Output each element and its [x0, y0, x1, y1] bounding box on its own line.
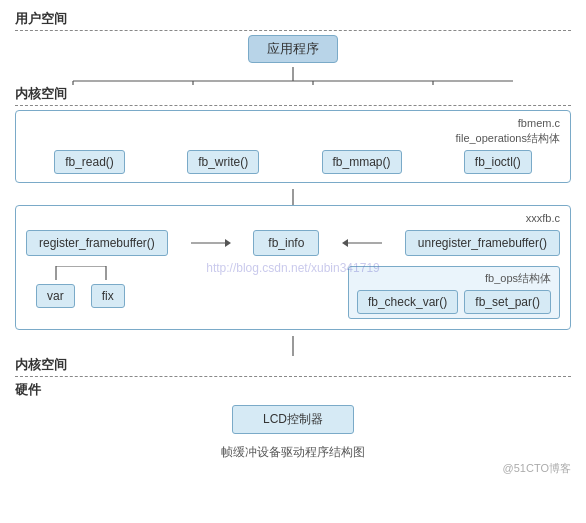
- fbmem-label: fbmem.c: [26, 117, 560, 129]
- kernel1-to-xxxfb-connector: [15, 189, 571, 205]
- ops-row: fb_read() fb_write() fb_mmap() fb_ioctl(…: [26, 150, 560, 174]
- user-space-label: 用户空间: [15, 10, 571, 28]
- fbops-row: fb_check_var() fb_set_par(): [357, 290, 551, 314]
- lcd-box: LCD控制器: [232, 405, 354, 434]
- fb-check-var-box: fb_check_var(): [357, 290, 458, 314]
- app-to-kernel-connector: [15, 67, 571, 85]
- fb-read-box: fb_read(): [54, 150, 125, 174]
- fbinfo-row: register_framebuffer() fb_info unregiste…: [26, 230, 560, 256]
- kernel-space-label-2: 内核空间: [15, 356, 571, 374]
- fb-mmap-box: fb_mmap(): [322, 150, 402, 174]
- fbinfo-box: fb_info: [253, 230, 319, 256]
- xxxfb-to-hw-connector: [15, 336, 571, 356]
- file-ops-label: file_operations结构体: [26, 131, 560, 146]
- var-box: var: [36, 284, 75, 308]
- unreg-to-fbinfo-arrow: [342, 233, 382, 253]
- fbops-title: fb_ops结构体: [357, 271, 551, 286]
- register-box: register_framebuffer(): [26, 230, 168, 256]
- hardware-label: 硬件: [15, 381, 571, 399]
- unregister-box: unregister_framebuffer(): [405, 230, 560, 256]
- watermark: @51CTO博客: [15, 461, 571, 476]
- svg-marker-10: [342, 239, 348, 247]
- xxxfb-label: xxxfb.c: [26, 212, 560, 224]
- svg-marker-8: [225, 239, 231, 247]
- xxxfb-section: http://blog.csdn.net/xubin341719 xxxfb.c…: [15, 205, 571, 330]
- fbmem-section: fbmem.c file_operations结构体 fb_read() fb_…: [15, 110, 571, 183]
- fb-set-par-box: fb_set_par(): [464, 290, 551, 314]
- fbops-box: fb_ops结构体 fb_check_var() fb_set_par(): [348, 266, 560, 319]
- fb-write-box: fb_write(): [187, 150, 259, 174]
- caption: 帧缓冲设备驱动程序结构图: [15, 444, 571, 461]
- fix-box: fix: [91, 284, 125, 308]
- fbinfo-to-var-fix-connector: [36, 266, 156, 280]
- app-box: 应用程序: [248, 35, 338, 63]
- fb-ioctl-box: fb_ioctl(): [464, 150, 532, 174]
- inner-lower: var fix fb_ops结构体 fb_check_var() fb_set_…: [26, 266, 560, 319]
- kernel-space-label-1: 内核空间: [15, 85, 571, 103]
- reg-to-fbinfo-arrow: [191, 233, 231, 253]
